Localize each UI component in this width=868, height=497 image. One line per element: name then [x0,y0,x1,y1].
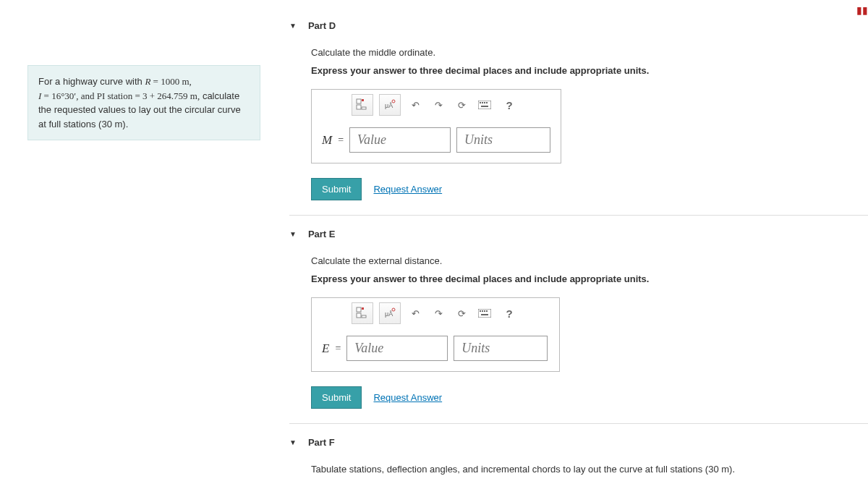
svg-rect-3 [362,107,366,109]
problem-statement: For a highway curve with R = 1000 m, I =… [27,65,260,140]
part-e-body: Calculate the external distance. Express… [289,255,868,409]
units-input-e[interactable] [454,336,548,361]
svg-text:μÅ: μÅ [385,310,393,318]
part-d-header[interactable]: ▼ Part D [289,20,868,31]
part-f-prompt: Tabulate stations, deflection angles, an… [311,464,868,475]
part-d-title: Part D [308,20,336,31]
part-e-hint: Express your answer to three decimal pla… [311,273,868,284]
svg-rect-23 [481,314,488,315]
svg-rect-15 [362,315,366,318]
svg-rect-10 [486,102,488,103]
answer-box-d: μÅ ↶ ↷ ⟳ ? M = [311,89,561,163]
part-d-hint: Express your answer to three decimal pla… [311,65,868,76]
svg-rect-9 [484,102,485,103]
page-container: For a highway curve with R = 1000 m, I =… [0,0,868,485]
svg-rect-7 [480,102,481,103]
undo-icon[interactable]: ↶ [407,95,424,114]
part-d-prompt: Calculate the middle ordinate. [311,47,868,58]
part-d-body: Calculate the middle ordinate. Express y… [289,47,868,200]
svg-rect-19 [480,310,481,312]
equals-d: = [338,135,344,146]
svg-rect-1 [362,99,364,101]
redo-icon[interactable]: ↷ [430,95,447,114]
svg-rect-12 [357,307,361,312]
part-f: ▼ Part F Tabulate stations, deflection a… [289,424,868,485]
part-f-body: Tabulate stations, deflection angles, an… [289,464,868,475]
part-e-title: Part E [308,229,336,239]
template-button[interactable] [352,302,373,324]
keyboard-icon[interactable] [476,95,493,114]
var-label-e: E [322,341,329,356]
submit-button-d[interactable]: Submit [311,178,362,200]
var-label-d: M [322,133,332,148]
problem-eq1: = 1000 m, [150,76,191,87]
reset-icon[interactable]: ⟳ [453,95,470,114]
actions-d: Submit Request Answer [311,178,868,200]
equation-row-e: E = [312,328,559,371]
part-e-prompt: Calculate the external distance. [311,255,868,266]
request-answer-d[interactable]: Request Answer [373,184,442,195]
left-panel: For a highway curve with R = 1000 m, I =… [0,0,275,485]
part-f-header[interactable]: ▼ Part F [289,437,868,448]
svg-rect-20 [482,310,483,312]
units-input-d[interactable] [456,127,550,153]
svg-rect-14 [357,313,361,318]
svg-rect-22 [486,310,488,312]
equation-row-d: M = [312,120,561,163]
template-button[interactable] [352,94,373,116]
answer-box-e: μÅ ↶ ↷ ⟳ ? E = [311,297,560,372]
svg-rect-8 [482,102,483,103]
toolbar-e: μÅ ↶ ↷ ⟳ ? [312,298,559,328]
right-panel: ▼ Part D Calculate the middle ordinate. … [275,0,868,485]
svg-point-17 [392,308,395,311]
request-answer-e[interactable]: Request Answer [373,392,442,403]
chevron-down-icon: ▼ [289,22,297,30]
keyboard-icon[interactable] [476,304,493,323]
svg-rect-2 [357,105,361,109]
svg-rect-13 [362,307,364,310]
chevron-down-icon: ▼ [289,438,297,446]
svg-point-5 [392,100,395,103]
problem-eq2: = 16°30′, and PI station = 3 + 264.759 m… [41,90,200,101]
chevron-down-icon: ▼ [289,230,297,238]
submit-button-e[interactable]: Submit [311,386,362,409]
svg-rect-11 [481,106,488,107]
equals-e: = [335,343,341,354]
part-e-header[interactable]: ▼ Part E [289,229,868,239]
toolbar-d: μÅ ↶ ↷ ⟳ ? [312,90,561,120]
part-d: ▼ Part D Calculate the middle ordinate. … [289,7,868,216]
problem-text: For a highway curve with [38,76,145,87]
svg-rect-0 [357,99,361,103]
value-input-e[interactable] [346,336,448,361]
units-button[interactable]: μÅ [379,94,401,116]
svg-rect-6 [478,101,491,109]
svg-rect-18 [478,309,491,318]
svg-rect-21 [484,310,485,312]
part-e: ▼ Part E Calculate the external distance… [289,216,868,424]
svg-text:μÅ: μÅ [385,102,393,109]
undo-icon[interactable]: ↶ [407,304,424,323]
flag-icon[interactable]: ▮▮ [856,4,868,16]
reset-icon[interactable]: ⟳ [453,304,470,323]
redo-icon[interactable]: ↷ [430,304,447,323]
value-input-d[interactable] [349,127,451,153]
help-icon[interactable]: ? [499,304,519,323]
part-f-title: Part F [308,437,335,448]
units-button[interactable]: μÅ [379,302,401,324]
help-icon[interactable]: ? [499,95,519,114]
actions-e: Submit Request Answer [311,386,868,409]
